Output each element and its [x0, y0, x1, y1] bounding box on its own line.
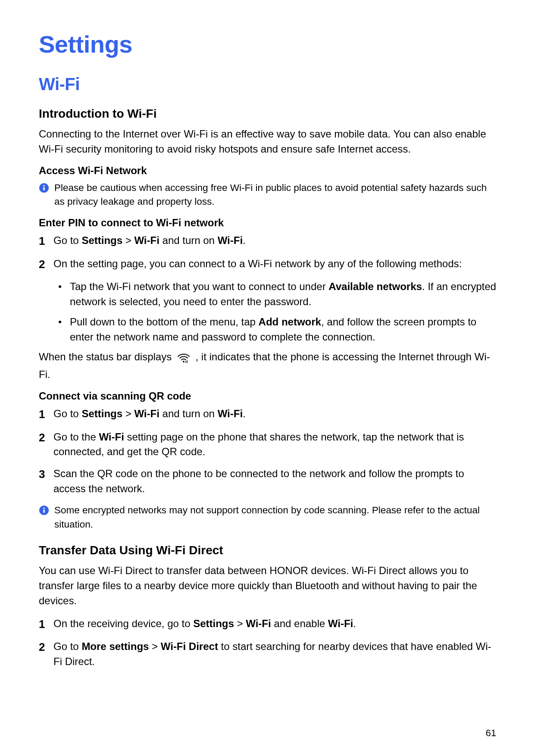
list-text: Pull down to the bottom of the menu, tap…: [70, 315, 496, 345]
text-bold: Add network: [259, 316, 321, 328]
svg-point-1: [43, 185, 44, 186]
text: >: [122, 408, 134, 419]
direct-steps: 1 On the receiving device, go to Setting…: [39, 616, 496, 669]
step-text: On the setting page, you can connect to …: [53, 256, 462, 272]
step-number: 1: [39, 616, 47, 633]
text: Go to: [53, 640, 81, 652]
text: On the receiving device, go to: [53, 618, 193, 629]
step-number: 2: [39, 639, 47, 656]
pin-heading: Enter PIN to connect to Wi-Fi network: [39, 217, 496, 229]
text: >: [149, 640, 160, 652]
step-text: Go to More settings > Wi-Fi Direct to st…: [53, 639, 496, 669]
text-bold: Available networks: [329, 281, 422, 292]
text-bold: Wi-Fi: [218, 234, 243, 246]
status-bar-note: When the status bar displays , it indica…: [39, 350, 496, 382]
text-bold: Settings: [81, 408, 122, 419]
text: and turn on: [160, 408, 218, 419]
text: and turn on: [160, 234, 218, 246]
text-bold: Settings: [193, 618, 234, 629]
intro-body: Connecting to the Internet over Wi-Fi is…: [39, 127, 496, 157]
section-title: Wi-Fi: [39, 75, 496, 94]
text: .: [243, 234, 246, 246]
pin-sub-list: Tap the Wi-Fi network that you want to c…: [55, 279, 496, 344]
text: Go to: [53, 234, 81, 246]
text: and enable: [271, 618, 328, 629]
list-item: Tap the Wi-Fi network that you want to c…: [55, 279, 496, 309]
bullet-icon: [59, 285, 61, 288]
text-bold: Wi-Fi: [134, 234, 159, 246]
step-item: 1 On the receiving device, go to Setting…: [39, 616, 496, 633]
step-number: 1: [39, 233, 47, 250]
direct-body: You can use Wi-Fi Direct to transfer dat…: [39, 563, 496, 608]
svg-point-7: [43, 507, 44, 509]
qr-steps: 1 Go to Settings > Wi-Fi and turn on Wi-…: [39, 406, 496, 497]
document-page: Settings Wi-Fi Introduction to Wi-Fi Con…: [0, 0, 535, 756]
info-text: Please be cautious when accessing free W…: [54, 181, 496, 209]
text-bold: Wi-Fi Direct: [161, 640, 218, 652]
info-icon: [39, 505, 49, 515]
step-text: Go to Settings > Wi-Fi and turn on Wi-Fi…: [53, 233, 246, 248]
step-item: 1 Go to Settings > Wi-Fi and turn on Wi-…: [39, 406, 496, 423]
access-heading: Access Wi-Fi Network: [39, 165, 496, 177]
step-item: 2 On the setting page, you can connect t…: [39, 256, 496, 273]
svg-rect-8: [43, 509, 44, 513]
text-bold: More settings: [81, 640, 149, 652]
step-text: Go to Settings > Wi-Fi and turn on Wi-Fi…: [53, 406, 246, 422]
step-item: 1 Go to Settings > Wi-Fi and turn on Wi-…: [39, 233, 496, 250]
info-icon: [39, 183, 49, 193]
text: .: [353, 618, 356, 629]
step-item: 3 Scan the QR code on the phone to be co…: [39, 466, 496, 497]
svg-point-3: [183, 361, 185, 362]
info-callout: Please be cautious when accessing free W…: [39, 181, 496, 209]
text-bold: Wi-Fi: [134, 408, 159, 419]
list-text: Tap the Wi-Fi network that you want to c…: [70, 279, 496, 309]
text-bold: Wi-Fi: [246, 618, 271, 629]
step-item: 2 Go to the Wi-Fi setting page on the ph…: [39, 430, 496, 460]
text: Pull down to the bottom of the menu, tap: [70, 316, 259, 328]
text: .: [243, 408, 246, 419]
svg-rect-2: [43, 187, 44, 191]
text-bold: Wi-Fi: [218, 408, 243, 419]
direct-heading: Transfer Data Using Wi-Fi Direct: [39, 544, 496, 557]
qr-heading: Connect via scanning QR code: [39, 390, 496, 402]
list-item: Pull down to the bottom of the menu, tap…: [55, 315, 496, 345]
text: Go to the: [53, 431, 99, 443]
intro-heading: Introduction to Wi-Fi: [39, 107, 496, 121]
step-text: Go to the Wi-Fi setting page on the phon…: [53, 430, 496, 460]
page-title: Settings: [39, 30, 496, 58]
step-number: 3: [39, 466, 47, 483]
info-callout: Some encrypted networks may not support …: [39, 503, 496, 531]
step-text: On the receiving device, go to Settings …: [53, 616, 356, 631]
wifi-icon: [176, 351, 191, 367]
step-number: 2: [39, 430, 47, 446]
text: Tap the Wi-Fi network that you want to c…: [70, 281, 329, 292]
info-text: Some encrypted networks may not support …: [54, 503, 496, 531]
step-item: 2 Go to More settings > Wi-Fi Direct to …: [39, 639, 496, 669]
page-number: 61: [486, 728, 496, 739]
bullet-icon: [59, 321, 61, 323]
text: >: [122, 234, 134, 246]
step-number: 2: [39, 256, 47, 273]
text-bold: Wi-Fi: [99, 431, 124, 443]
text: Go to: [53, 408, 81, 419]
text: >: [234, 618, 246, 629]
pin-steps: 1 Go to Settings > Wi-Fi and turn on Wi-…: [39, 233, 496, 272]
step-number: 1: [39, 406, 47, 423]
step-text: Scan the QR code on the phone to be conn…: [53, 466, 496, 497]
text-bold: Settings: [81, 234, 122, 246]
text: When the status bar displays: [39, 351, 175, 362]
text-bold: Wi-Fi: [328, 618, 353, 629]
